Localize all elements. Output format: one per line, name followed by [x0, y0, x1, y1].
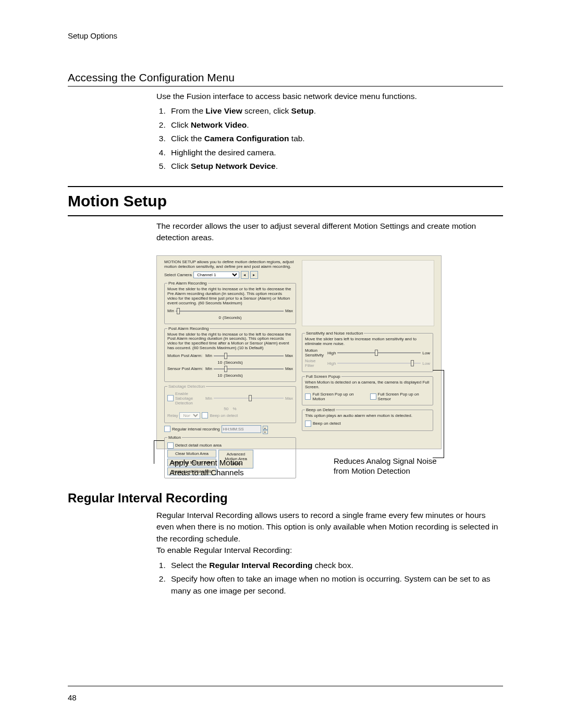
beep-fieldset: Beep on Detect This option plays an audi…: [302, 408, 433, 431]
fullscreen-motion-checkbox[interactable]: [305, 393, 311, 400]
camera-preview: [302, 260, 434, 326]
beep-text: This option plays an audio alarm when mo…: [305, 414, 430, 418]
regular-interval-checkbox[interactable]: [164, 426, 170, 432]
section-heading-motion: Motion Setup: [68, 186, 503, 216]
section-heading-access: Accessing the Configuration Menu: [68, 71, 503, 87]
sensitivity-text: Move the slider bars left to increase mo…: [305, 337, 430, 347]
motion-sensitivity-slider[interactable]: [337, 350, 421, 356]
sensitivity-legend: Sensitivity and Noise reduction: [305, 331, 364, 336]
regular-interval-spinner[interactable]: ▴▾: [263, 426, 268, 433]
motion-post-slider[interactable]: [214, 353, 284, 359]
sabotage-beep-checkbox[interactable]: [202, 412, 208, 418]
access-step-5: Click Setup Network Device.: [168, 161, 503, 172]
sabotage-legend: Sabotage Detection: [167, 384, 206, 389]
section-access-body: Use the Fusion interface to access basic…: [156, 91, 503, 172]
post-alarm-text: Move the slider to the right to increase…: [167, 332, 293, 351]
regular-interval-row: Regular interval recording 00:00:00 ▴▾: [164, 425, 296, 433]
callout-line-left-h: [154, 440, 164, 441]
beep-legend: Beep on Detect: [305, 408, 336, 412]
footer-rule: [68, 686, 503, 686]
callout-apply: Apply Current Motion Areas to all Channe…: [169, 458, 244, 478]
section-heading-regular: Regular Interval Recording: [68, 491, 503, 505]
detect-detail-checkbox[interactable]: [167, 442, 174, 449]
sensor-post-label: Sensor Post Alarm:: [167, 366, 204, 371]
sensor-post-slider[interactable]: [214, 366, 284, 372]
motion-setup-dialog: MOTION SETUP allows you to define motion…: [156, 255, 442, 449]
motion-legend: Motion: [167, 435, 182, 440]
dialog-intro: MOTION SETUP allows you to define motion…: [164, 260, 296, 269]
dialog-left-column: MOTION SETUP allows you to define motion…: [164, 260, 296, 480]
callout-line-left-v: [154, 440, 154, 464]
regular-interval-label: Regular interval recording: [172, 427, 220, 431]
noise-filter-label: Noise Filter: [305, 359, 326, 368]
sabotage-slider[interactable]: [214, 395, 284, 401]
motion-sensitivity-label: Motion Sensitivity: [305, 348, 326, 357]
motion-intro: The recorder allows the user to adjust s…: [156, 220, 503, 244]
beep-checkbox[interactable]: [305, 421, 311, 427]
regular-para: Regular Interval Recording allows users …: [156, 510, 503, 545]
access-step-3: Click the Camera Configuration tab.: [168, 133, 503, 144]
fullscreen-legend: Full Screen Popup: [305, 374, 341, 379]
fullscreen-sensor-checkbox[interactable]: [370, 393, 376, 400]
select-camera-row: Select Camera Channel 1 ◂ ▸: [164, 271, 296, 279]
regular-step-2: Specify how often to take an image when …: [168, 573, 503, 597]
pre-alarm-min: Min: [167, 309, 174, 313]
beep-label: Beep on detect: [313, 421, 341, 426]
enable-sabotage-checkbox[interactable]: [167, 395, 174, 401]
sabotage-beep-label: Beep on detect: [210, 413, 238, 418]
pre-alarm-max: Max: [285, 309, 293, 313]
fullscreen-text: When Motion is detected on a camera, the…: [305, 380, 430, 390]
next-camera-button[interactable]: ▸: [250, 271, 258, 279]
regular-step-1: Select the Regular Interval Recording ch…: [168, 560, 503, 571]
relay-dropdown[interactable]: None: [179, 412, 200, 419]
pre-alarm-value: 0: [219, 315, 221, 320]
callout-noise: Reduces Analog Signal Noise from Motion …: [334, 456, 437, 476]
pre-alarm-text: Move the slider to the right to increase…: [167, 287, 293, 305]
select-camera-dropdown[interactable]: Channel 1: [193, 272, 239, 278]
pre-alarm-slider[interactable]: [176, 308, 284, 314]
page: Setup Options Accessing the Configuratio…: [0, 0, 563, 728]
access-intro: Use the Fusion interface to access basic…: [156, 91, 503, 102]
clear-motion-area-button[interactable]: Clear Motion Area: [167, 450, 216, 458]
relay-label: Relay: [167, 413, 178, 418]
header-label: Setup Options: [68, 31, 503, 40]
pre-alarm-unit: (Seconds): [223, 315, 241, 320]
regular-interval-input[interactable]: 00:00:00: [222, 425, 261, 433]
access-step-2: Click Network Video.: [168, 119, 503, 131]
noise-filter-slider[interactable]: [337, 360, 421, 366]
sabotage-fieldset: Sabotage Detection Enable Sabotage Detec…: [164, 384, 296, 423]
post-alarm-fieldset: Post Alarm Recording Move the slider to …: [164, 326, 296, 382]
access-steps: From the Live View screen, click Setup. …: [156, 105, 503, 172]
access-step-4: Highlight the desired camera.: [168, 147, 503, 158]
fullscreen-motion-label: Full Screen Pop up on Motion: [312, 392, 364, 401]
callout-line-right-h: [433, 370, 444, 371]
regular-body: Regular Interval Recording allows users …: [156, 510, 503, 597]
pre-alarm-legend: Pre Alarm Recording: [167, 281, 208, 286]
fullscreen-fieldset: Full Screen Popup When Motion is detecte…: [302, 374, 433, 405]
callout-line-right-v: [444, 370, 444, 458]
access-step-1: From the Live View screen, click Setup.: [168, 105, 503, 117]
sensitivity-fieldset: Sensitivity and Noise reduction Move the…: [302, 331, 433, 373]
motion-post-label: Motion Post Alarm:: [167, 353, 204, 358]
page-number: 48: [68, 693, 77, 702]
select-camera-label: Select Camera: [164, 273, 192, 277]
enable-sabotage-label: Enable Sabotage Detection: [175, 391, 204, 405]
detect-detail-label: Detect detail motion area: [175, 443, 222, 448]
prev-camera-button[interactable]: ◂: [241, 271, 249, 279]
fullscreen-sensor-label: Full Screen Pop up on Sensor: [378, 392, 430, 401]
regular-steps: Select the Regular Interval Recording ch…: [156, 560, 503, 597]
regular-lead: To enable Regular Interval Recording:: [156, 545, 503, 556]
pre-alarm-fieldset: Pre Alarm Recording Move the slider to t…: [164, 281, 296, 324]
motion-setup-dialog-figure: MOTION SETUP allows you to define motion…: [156, 255, 503, 449]
post-alarm-legend: Post Alarm Recording: [167, 326, 210, 331]
dialog-right-column: Sensitivity and Noise reduction Move the…: [302, 329, 433, 433]
